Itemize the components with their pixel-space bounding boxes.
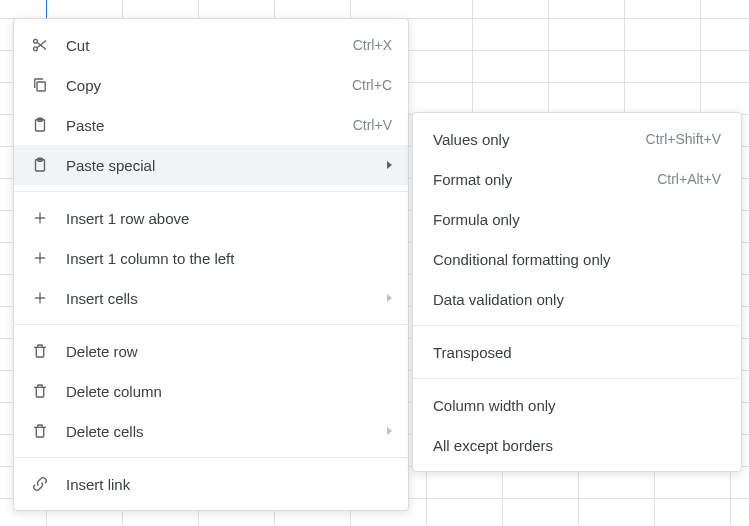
menu-label: Transposed: [433, 344, 721, 361]
menu-label: Insert cells: [66, 290, 375, 307]
menu-label: Format only: [433, 171, 645, 188]
scissors-icon: [30, 35, 50, 55]
submenu-item-values-only[interactable]: Values only Ctrl+Shift+V: [413, 119, 741, 159]
submenu-item-transposed[interactable]: Transposed: [413, 332, 741, 372]
plus-icon: [30, 248, 50, 268]
menu-separator: [413, 325, 741, 326]
menu-label: Formula only: [433, 211, 721, 228]
menu-item-copy[interactable]: Copy Ctrl+C: [14, 65, 408, 105]
menu-label: All except borders: [433, 437, 721, 454]
menu-item-delete-cells[interactable]: Delete cells: [14, 411, 408, 451]
menu-label: Values only: [433, 131, 634, 148]
menu-item-insert-row-above[interactable]: Insert 1 row above: [14, 198, 408, 238]
menu-shortcut: Ctrl+C: [352, 77, 392, 93]
menu-label: Column width only: [433, 397, 721, 414]
menu-label: Paste special: [66, 157, 375, 174]
menu-separator: [14, 324, 408, 325]
menu-separator: [14, 191, 408, 192]
submenu-item-data-validation[interactable]: Data validation only: [413, 279, 741, 319]
submenu-item-conditional-formatting[interactable]: Conditional formatting only: [413, 239, 741, 279]
clipboard-icon: [30, 155, 50, 175]
menu-item-insert-cells[interactable]: Insert cells: [14, 278, 408, 318]
link-icon: [30, 474, 50, 494]
submenu-item-column-width[interactable]: Column width only: [413, 385, 741, 425]
trash-icon: [30, 381, 50, 401]
menu-label: Delete row: [66, 343, 392, 360]
menu-label: Cut: [66, 37, 341, 54]
svg-line-2: [37, 42, 46, 49]
svg-rect-4: [37, 82, 45, 91]
menu-separator: [413, 378, 741, 379]
menu-label: Paste: [66, 117, 341, 134]
submenu-arrow-icon: [387, 161, 392, 169]
menu-item-delete-column[interactable]: Delete column: [14, 371, 408, 411]
menu-label: Insert 1 column to the left: [66, 250, 392, 267]
submenu-item-formula-only[interactable]: Formula only: [413, 199, 741, 239]
menu-label: Delete cells: [66, 423, 375, 440]
menu-item-paste[interactable]: Paste Ctrl+V: [14, 105, 408, 145]
menu-label: Copy: [66, 77, 340, 94]
copy-icon: [30, 75, 50, 95]
svg-line-3: [37, 41, 46, 48]
plus-icon: [30, 208, 50, 228]
menu-item-paste-special[interactable]: Paste special: [14, 145, 408, 185]
trash-icon: [30, 341, 50, 361]
menu-label: Insert link: [66, 476, 392, 493]
context-menu: Cut Ctrl+X Copy Ctrl+C Paste Ctrl+V: [13, 18, 409, 511]
trash-icon: [30, 421, 50, 441]
menu-item-insert-link[interactable]: Insert link: [14, 464, 408, 504]
menu-item-insert-col-left[interactable]: Insert 1 column to the left: [14, 238, 408, 278]
submenu-item-format-only[interactable]: Format only Ctrl+Alt+V: [413, 159, 741, 199]
menu-shortcut: Ctrl+V: [353, 117, 392, 133]
menu-label: Data validation only: [433, 291, 721, 308]
menu-item-delete-row[interactable]: Delete row: [14, 331, 408, 371]
menu-shortcut: Ctrl+Shift+V: [646, 131, 721, 147]
menu-separator: [14, 457, 408, 458]
menu-shortcut: Ctrl+X: [353, 37, 392, 53]
submenu-item-all-except-borders[interactable]: All except borders: [413, 425, 741, 465]
plus-icon: [30, 288, 50, 308]
submenu-arrow-icon: [387, 294, 392, 302]
menu-shortcut: Ctrl+Alt+V: [657, 171, 721, 187]
menu-label: Conditional formatting only: [433, 251, 721, 268]
paste-special-submenu: Values only Ctrl+Shift+V Format only Ctr…: [412, 112, 742, 472]
menu-label: Insert 1 row above: [66, 210, 392, 227]
menu-item-cut[interactable]: Cut Ctrl+X: [14, 25, 408, 65]
submenu-arrow-icon: [387, 427, 392, 435]
menu-label: Delete column: [66, 383, 392, 400]
clipboard-icon: [30, 115, 50, 135]
